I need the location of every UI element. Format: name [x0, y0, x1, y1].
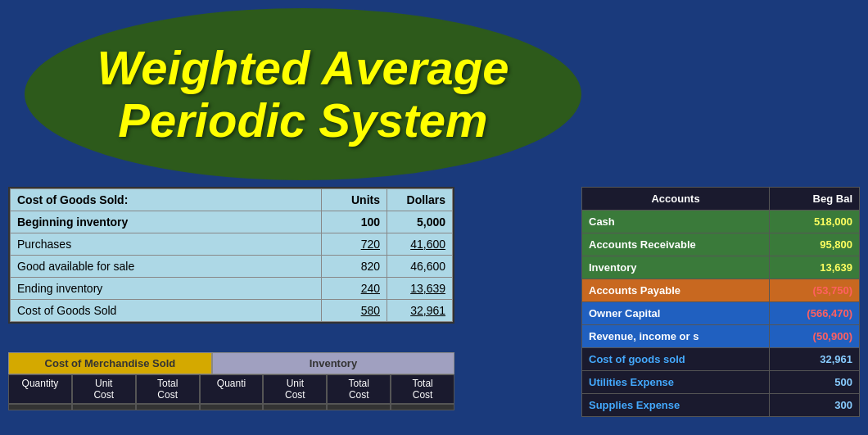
data-total-cost3: [391, 404, 454, 410]
bottom-section: Cost of Merchandise Sold Inventory Quant…: [8, 352, 454, 410]
bottom-sub-header-row: Quantity UnitCost TotalCost Quanti UnitC…: [8, 374, 454, 404]
account-name: Accounts Receivable: [582, 233, 770, 256]
account-name: Supplies Expense: [582, 394, 770, 417]
data-quantity: [8, 404, 72, 410]
account-name: Utilities Expense: [582, 371, 770, 394]
row-label: Beginning inventory: [11, 211, 322, 233]
sub-header-quantity: Quantity: [8, 374, 72, 404]
table-row: Cost of goods sold 32,961: [582, 348, 860, 371]
account-value: (566,470): [770, 302, 860, 325]
row-dollars: 41,600: [387, 233, 453, 256]
row-label: Ending inventory: [11, 278, 322, 300]
row-units: 100: [322, 211, 387, 233]
accounts-table: Accounts Beg Bal Cash 518,000 Accounts R…: [581, 187, 860, 417]
cogs-header-units: Units: [322, 189, 387, 211]
bottom-data-row: [8, 404, 454, 410]
bottom-header-row: Cost of Merchandise Sold Inventory: [8, 352, 454, 374]
sub-header-unit-cost: UnitCost: [72, 374, 136, 404]
account-value: (53,750): [770, 279, 860, 302]
account-name: Cash: [582, 211, 770, 233]
accounts-table-wrapper: Accounts Beg Bal Cash 518,000 Accounts R…: [581, 187, 860, 417]
row-units: 240: [322, 278, 387, 300]
account-value: 300: [770, 394, 860, 417]
data-total-cost: [136, 404, 200, 410]
table-row: Cost of Goods Sold 580 32,961: [11, 300, 453, 322]
row-units: 720: [322, 233, 387, 256]
header-ellipse: Weighted Average Periodic System: [25, 8, 581, 180]
accounts-col-header: Accounts: [582, 188, 770, 211]
account-value: 32,961: [770, 348, 860, 371]
row-label: Cost of Goods Sold: [11, 300, 322, 322]
account-name: Owner Capital: [582, 302, 770, 325]
row-dollars: 13,639: [387, 278, 453, 300]
sub-header-total-cost2: TotalCost: [327, 374, 391, 404]
sub-header-unit-cost2: UnitCost: [263, 374, 327, 404]
table-row: Accounts Receivable 95,800: [582, 233, 860, 256]
cogs-header-dollars: Dollars: [387, 189, 453, 211]
table-row: Beginning inventory 100 5,000: [11, 211, 453, 233]
sub-header-total-cost3: TotalCost: [391, 374, 454, 404]
row-dollars: 46,600: [387, 256, 453, 278]
account-value: 500: [770, 371, 860, 394]
data-total-cost2: [327, 404, 391, 410]
inventory-header: Inventory: [212, 352, 454, 374]
table-row: Revenue, income or s (50,900): [582, 325, 860, 348]
account-name: Inventory: [582, 256, 770, 279]
table-row: Accounts Payable (53,750): [582, 279, 860, 302]
sub-header-total-cost: TotalCost: [136, 374, 200, 404]
page-title: Weighted Average Periodic System: [97, 42, 509, 147]
cost-merchandise-header: Cost of Merchandise Sold: [8, 352, 212, 374]
account-value: 13,639: [770, 256, 860, 279]
data-unit-cost: [72, 404, 136, 410]
row-units: 580: [322, 300, 387, 322]
cogs-table-wrapper: Cost of Goods Sold: Units Dollars Beginn…: [8, 187, 454, 324]
data-unit-cost2: [263, 404, 327, 410]
table-row: Supplies Expense 300: [582, 394, 860, 417]
table-row: Purchases 720 41,600: [11, 233, 453, 256]
account-value: 518,000: [770, 211, 860, 233]
table-row: Owner Capital (566,470): [582, 302, 860, 325]
account-name: Cost of goods sold: [582, 348, 770, 371]
table-row: Ending inventory 240 13,639: [11, 278, 453, 300]
row-units: 820: [322, 256, 387, 278]
table-row: Cash 518,000: [582, 211, 860, 233]
account-name: Accounts Payable: [582, 279, 770, 302]
row-dollars: 5,000: [387, 211, 453, 233]
table-row: Utilities Expense 500: [582, 371, 860, 394]
row-label: Good available for sale: [11, 256, 322, 278]
cogs-header-label: Cost of Goods Sold:: [11, 189, 322, 211]
beg-bal-col-header: Beg Bal: [770, 188, 860, 211]
table-row: Good available for sale 820 46,600: [11, 256, 453, 278]
account-value: 95,800: [770, 233, 860, 256]
table-row: Inventory 13,639: [582, 256, 860, 279]
data-quanti: [200, 404, 264, 410]
cogs-table: Cost of Goods Sold: Units Dollars Beginn…: [10, 188, 453, 322]
row-label: Purchases: [11, 233, 322, 256]
row-dollars: 32,961: [387, 300, 453, 322]
account-name: Revenue, income or s: [582, 325, 770, 348]
sub-header-quanti: Quanti: [200, 374, 264, 404]
account-value: (50,900): [770, 325, 860, 348]
